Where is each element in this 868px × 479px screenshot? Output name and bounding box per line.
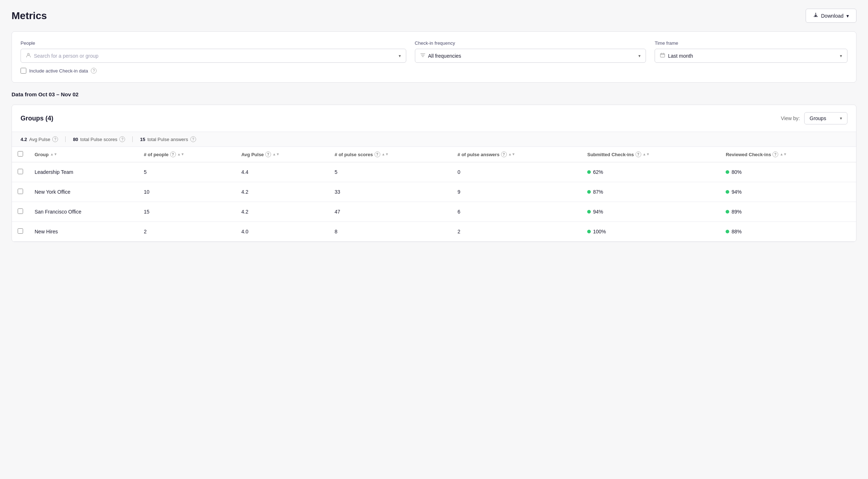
row-avg-pulse-0: 4.4 (235, 162, 329, 182)
row-submitted-3: 100% (581, 222, 720, 242)
pulse-scores-col-help-icon[interactable]: ? (375, 151, 380, 157)
row-checkbox-cell[interactable] (12, 162, 29, 182)
col-pulse-answers-label: # of pulse answers (457, 152, 499, 157)
group-sort-icon: ▲▼ (50, 153, 57, 156)
row-pulse-scores-2: 47 (329, 202, 452, 222)
col-reviewed[interactable]: Reviewed Check-ins ? ▲▼ (720, 147, 856, 162)
row-submitted-0: 62% (581, 162, 720, 182)
timeframe-chevron-icon: ▾ (840, 53, 842, 58)
row-people-0: 5 (138, 162, 236, 182)
view-by-row: View by: Groups ▾ (781, 112, 847, 124)
row-reviewed-2: 89% (720, 202, 856, 222)
page-title: Metrics (12, 10, 47, 22)
download-label: Download (821, 13, 843, 19)
col-submitted[interactable]: Submitted Check-ins ? ▲▼ (581, 147, 720, 162)
people-sort-icon: ▲▼ (177, 153, 185, 156)
reviewed-dot-1 (726, 190, 729, 194)
row-people-2: 15 (138, 202, 236, 222)
page-container: Metrics Download ▾ People (0, 0, 868, 479)
view-by-select[interactable]: Groups ▾ (804, 112, 847, 124)
frequency-filter-select[interactable]: All frequencies ▾ (415, 49, 646, 63)
include-active-help-icon[interactable]: ? (91, 68, 97, 74)
summary-row: 4.2 Avg Pulse ? 80 total Pulse scores ? … (12, 132, 856, 147)
people-filter-select[interactable]: Search for a person or group ▾ (21, 49, 406, 63)
table-row: San Francisco Office 15 4.2 47 6 94% 89% (12, 202, 856, 222)
summary-avg-pulse-label: Avg Pulse (29, 137, 50, 142)
row-people-3: 2 (138, 222, 236, 242)
frequency-chevron-icon: ▾ (638, 53, 641, 58)
reviewed-col-help-icon[interactable]: ? (772, 151, 778, 157)
people-col-help-icon[interactable]: ? (170, 151, 176, 157)
frequency-filter-label: Check-in frequency (415, 40, 646, 46)
submitted-dot-0 (587, 170, 591, 174)
row-pulse-scores-0: 5 (329, 162, 452, 182)
reviewed-value-2: 89% (731, 209, 741, 215)
col-submitted-label: Submitted Check-ins (587, 152, 634, 157)
submitted-value-2: 94% (593, 209, 603, 215)
table-card-header: Groups (4) View by: Groups ▾ (12, 105, 856, 132)
download-button[interactable]: Download ▾ (806, 9, 856, 23)
row-pulse-answers-2: 6 (452, 202, 581, 222)
include-active-checkbox[interactable] (21, 68, 26, 74)
col-pulse-scores-label: # of pulse scores (335, 152, 373, 157)
filter-row: People Search for a person or group ▾ Ch… (21, 40, 847, 63)
row-avg-pulse-3: 4.0 (235, 222, 329, 242)
pulse-scores-help-icon[interactable]: ? (119, 136, 125, 142)
reviewed-dot-0 (726, 170, 729, 174)
row-group-0: Leadership Team (29, 162, 138, 182)
col-people[interactable]: # of people ? ▲▼ (138, 147, 236, 162)
table-header-row: Group ▲▼ # of people ? ▲▼ Avg Puls (12, 147, 856, 162)
timeframe-filter-select[interactable]: Last month ▾ (655, 49, 847, 63)
col-pulse-answers[interactable]: # of pulse answers ? ▲▼ (452, 147, 581, 162)
row-reviewed-0: 80% (720, 162, 856, 182)
data-table: Group ▲▼ # of people ? ▲▼ Avg Puls (12, 147, 856, 242)
avg-pulse-col-help-icon[interactable]: ? (265, 151, 271, 157)
row-checkbox-2[interactable] (18, 208, 23, 214)
view-by-chevron-icon: ▾ (840, 116, 842, 121)
include-active-label[interactable]: Include active Check-in data (29, 68, 88, 74)
submitted-value-1: 87% (593, 189, 603, 195)
table-row: Leadership Team 5 4.4 5 0 62% 80% (12, 162, 856, 182)
summary-avg-pulse-value: 4.2 (21, 137, 27, 142)
timeframe-filter-group: Time frame Last month ▾ (655, 40, 847, 63)
col-avg-pulse[interactable]: Avg Pulse ? ▲▼ (235, 147, 329, 162)
pulse-answers-help-icon[interactable]: ? (190, 136, 196, 142)
avg-pulse-help-icon[interactable]: ? (52, 136, 58, 142)
row-checkbox-3[interactable] (18, 228, 23, 234)
row-checkbox-cell[interactable] (12, 182, 29, 202)
table-row: New York Office 10 4.2 33 9 87% 94% (12, 182, 856, 202)
include-active-row: Include active Check-in data ? (21, 68, 847, 74)
summary-avg-pulse: 4.2 Avg Pulse ? (21, 136, 65, 142)
row-checkbox-cell[interactable] (12, 222, 29, 242)
view-by-value: Groups (810, 115, 826, 121)
svg-point-0 (28, 53, 30, 55)
summary-pulse-scores-label: total Pulse scores (80, 137, 118, 142)
row-checkbox-cell[interactable] (12, 202, 29, 222)
svg-rect-1 (660, 54, 665, 57)
reviewed-dot-2 (726, 210, 729, 214)
download-chevron-icon: ▾ (846, 13, 849, 19)
people-filter-group: People Search for a person or group ▾ (21, 40, 406, 63)
row-pulse-scores-3: 8 (329, 222, 452, 242)
pulse-answers-col-help-icon[interactable]: ? (501, 151, 507, 157)
submitted-dot-1 (587, 190, 591, 194)
table-row: New Hires 2 4.0 8 2 100% 88% (12, 222, 856, 242)
avg-pulse-sort-icon: ▲▼ (273, 153, 280, 156)
header-select-all[interactable] (12, 147, 29, 162)
col-people-label: # of people (144, 152, 169, 157)
summary-pulse-scores: 80 total Pulse scores ? (65, 136, 132, 142)
row-checkbox-1[interactable] (18, 189, 23, 194)
summary-pulse-scores-value: 80 (73, 137, 78, 142)
people-placeholder: Search for a person or group (34, 53, 396, 59)
people-filter-label: People (21, 40, 406, 46)
submitted-col-help-icon[interactable]: ? (636, 151, 641, 157)
page-header: Metrics Download ▾ (12, 9, 856, 23)
col-pulse-scores[interactable]: # of pulse scores ? ▲▼ (329, 147, 452, 162)
col-group[interactable]: Group ▲▼ (29, 147, 138, 162)
data-range-label: Data from Oct 03 – Nov 02 (12, 91, 856, 97)
view-by-label: View by: (781, 115, 800, 121)
reviewed-value-3: 88% (731, 229, 741, 234)
summary-pulse-answers-label: total Pulse answers (147, 137, 188, 142)
row-checkbox-0[interactable] (18, 169, 23, 174)
select-all-checkbox[interactable] (18, 151, 23, 157)
